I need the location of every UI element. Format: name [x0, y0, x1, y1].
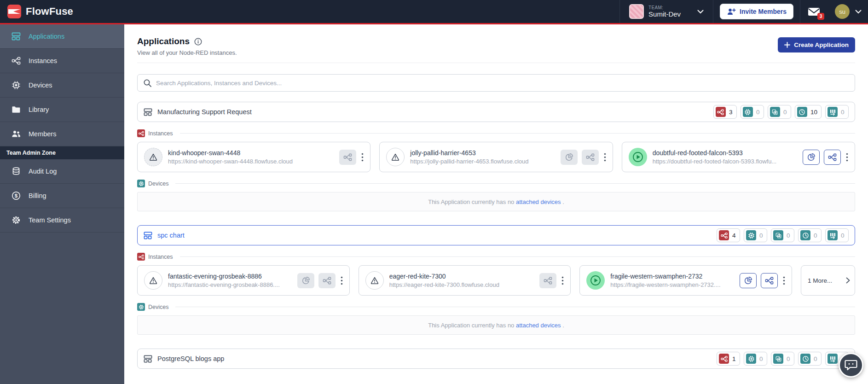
- gear-icon: [11, 215, 21, 225]
- person-plus-icon: [727, 7, 736, 16]
- user-menu[interactable]: su: [835, 4, 862, 19]
- sidebar-item-audit-log[interactable]: Audit Log: [0, 159, 124, 184]
- no-devices-panel: This Application currently has no attach…: [137, 315, 855, 335]
- snapshots-count-badge[interactable]: 0: [798, 352, 822, 366]
- attached-devices-link[interactable]: attached devices: [516, 198, 561, 205]
- more-instances-card[interactable]: 1 More...: [801, 265, 855, 296]
- notifications-button[interactable]: 3: [808, 7, 820, 17]
- flowfuse-logo[interactable]: FlowFuse: [7, 5, 73, 18]
- instance-menu-button[interactable]: [845, 152, 849, 163]
- sidebar-item-devices[interactable]: Devices: [0, 73, 124, 98]
- instance-menu-button[interactable]: [782, 275, 786, 286]
- instance-menu-button[interactable]: [561, 275, 565, 286]
- instance-card[interactable]: fantastic-evening-grosbeak-8886 https://…: [137, 265, 350, 296]
- open-dashboard-button[interactable]: [740, 273, 757, 288]
- instance-card[interactable]: jolly-pallid-harrier-4653 https://jolly-…: [379, 142, 613, 172]
- search-input[interactable]: [156, 80, 849, 87]
- instance-card[interactable]: kind-whooper-swan-4448 https://kind-whoo…: [137, 142, 370, 172]
- badge-count: 0: [841, 232, 845, 239]
- chip-icon: [137, 180, 145, 187]
- pipelines-icon: [827, 230, 838, 240]
- devices-count-badge[interactable]: 0: [744, 352, 767, 366]
- badge-count: 0: [814, 232, 817, 239]
- badge-count: 0: [787, 232, 790, 239]
- instances-count-badge[interactable]: 3: [713, 105, 737, 119]
- instance-menu-button[interactable]: [360, 152, 365, 163]
- open-editor-button[interactable]: [318, 273, 336, 288]
- chat-bubble-icon: [845, 359, 857, 371]
- application-section: Manufacturing Support Request 3 0 0: [137, 102, 855, 211]
- application-icon: [144, 108, 152, 116]
- navbar-divider: [619, 0, 620, 23]
- team-selector[interactable]: TEAM: Sumit-Dev: [626, 4, 706, 19]
- instance-card[interactable]: eager-red-kite-7300 https://eager-red-ki…: [359, 265, 571, 296]
- page-header: Applications View all of your Node-RED i…: [137, 24, 855, 63]
- pipelines-count-badge[interactable]: 0: [825, 228, 849, 242]
- instances-count-badge[interactable]: 4: [717, 228, 740, 242]
- instance-name: eager-red-kite-7300: [389, 272, 499, 281]
- instances-count-badge[interactable]: 1: [717, 352, 740, 366]
- more-instances-label: 1 More...: [808, 277, 832, 284]
- sidebar-item-team-settings[interactable]: Team Settings: [0, 208, 124, 233]
- device-groups-count-badge[interactable]: 0: [771, 352, 794, 366]
- device-groups-count-badge[interactable]: 0: [768, 105, 791, 119]
- sidebar-item-library[interactable]: Library: [0, 98, 124, 122]
- user-avatar: su: [835, 4, 850, 19]
- instances-sub-label: Instances: [148, 254, 173, 260]
- instance-status-running-icon: [586, 271, 605, 290]
- search-icon: [143, 79, 152, 87]
- page-title: Applications: [137, 36, 190, 47]
- devices-count-badge[interactable]: 0: [741, 105, 764, 119]
- open-editor-button[interactable]: [339, 150, 356, 165]
- info-icon[interactable]: [194, 38, 202, 46]
- application-header-card[interactable]: Manufacturing Support Request 3 0 0: [137, 102, 855, 122]
- open-editor-button[interactable]: [761, 273, 778, 288]
- instance-status-error-icon: [386, 148, 405, 166]
- instance-url: https://fantastic-evening-grosbeak-8886.…: [168, 281, 280, 289]
- database-icon: [11, 167, 21, 176]
- instance-status-running-icon: [629, 148, 647, 166]
- sidebar-item-billing[interactable]: $ Billing: [0, 184, 124, 208]
- sidebar-item-applications[interactable]: Applications: [0, 24, 124, 49]
- instances-icon: [137, 253, 145, 261]
- open-dashboard-button[interactable]: [561, 150, 578, 165]
- open-editor-button[interactable]: [539, 273, 556, 288]
- device-groups-count-badge[interactable]: 0: [771, 228, 794, 242]
- chat-widget-button[interactable]: [839, 353, 863, 378]
- instance-card[interactable]: doubtful-red-footed-falcon-5393 https://…: [622, 142, 855, 172]
- application-section: PostgreSQL blogs app 1 0 0: [137, 349, 855, 369]
- pipelines-count-badge[interactable]: 0: [825, 105, 849, 119]
- snapshots-count-badge[interactable]: 0: [798, 228, 822, 242]
- devices-count-badge[interactable]: 0: [744, 228, 767, 242]
- invite-members-label: Invite Members: [740, 8, 787, 15]
- sidebar-item-instances[interactable]: Instances: [0, 49, 124, 73]
- open-editor-button[interactable]: [582, 150, 599, 165]
- open-dashboard-button[interactable]: [803, 150, 820, 165]
- sidebar-item-members[interactable]: Members: [0, 122, 124, 146]
- pipelines-icon: [827, 354, 838, 364]
- notification-count-badge: 3: [817, 13, 824, 20]
- instances-icon: [11, 56, 21, 65]
- no-devices-period: .: [562, 198, 564, 205]
- create-application-button[interactable]: Create Application: [778, 37, 855, 52]
- instance-url: https://eager-red-kite-7300.flowfuse.clo…: [389, 281, 499, 289]
- flowfuse-logo-icon: [7, 5, 21, 18]
- plus-icon: [784, 42, 790, 48]
- application-header-card[interactable]: spc chart 4 0 0: [137, 225, 855, 245]
- sidebar-item-label: Team Settings: [29, 216, 71, 224]
- instance-menu-button[interactable]: [603, 152, 607, 163]
- instance-card[interactable]: fragile-western-swamphen-2732 https://fr…: [579, 265, 792, 296]
- attached-devices-link[interactable]: attached devices: [516, 322, 561, 329]
- invite-members-button[interactable]: Invite Members: [720, 4, 793, 19]
- folder-icon: [11, 105, 21, 114]
- open-dashboard-button[interactable]: [297, 273, 314, 288]
- sidebar-item-label: Applications: [29, 33, 64, 40]
- team-admin-zone-label: Team Admin Zone: [0, 146, 124, 159]
- snapshots-count-badge[interactable]: 10: [795, 105, 822, 119]
- sidebar-item-label: Audit Log: [29, 168, 57, 175]
- open-editor-button[interactable]: [824, 150, 841, 165]
- instance-menu-button[interactable]: [340, 275, 344, 286]
- pipelines-icon: [827, 107, 838, 117]
- badge-count: 0: [783, 109, 787, 116]
- application-header-card[interactable]: PostgreSQL blogs app 1 0 0: [137, 349, 855, 369]
